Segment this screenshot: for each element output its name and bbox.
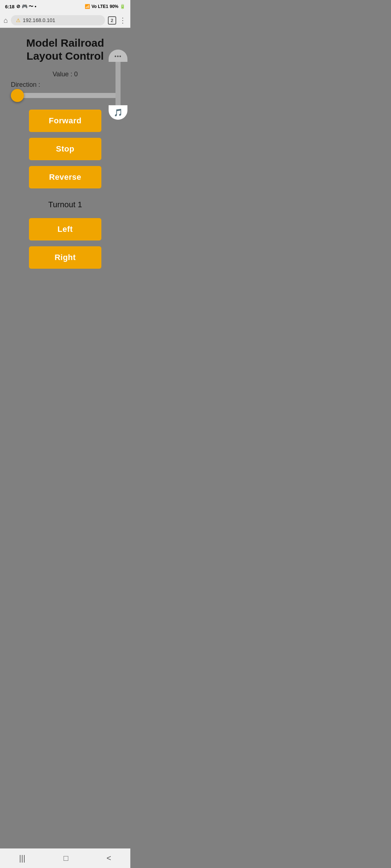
address-bar[interactable]: ⚠ 192.168.0.101	[11, 15, 105, 25]
page-title: Model Railroad Layout Control	[7, 37, 123, 63]
home-button[interactable]: □	[58, 852, 74, 864]
warning-icon: ⚠	[16, 17, 21, 23]
wifi-icon: 📶	[85, 4, 90, 9]
tab-count[interactable]: 2	[108, 16, 116, 25]
battery-label: 90%	[110, 4, 118, 9]
browser-bar: ⌂ ⚠ 192.168.0.101 2 ⋮	[0, 13, 130, 28]
more-options-icon[interactable]: ⋮	[119, 16, 127, 25]
back-button[interactable]: <	[101, 852, 117, 864]
reverse-button[interactable]: Reverse	[29, 166, 101, 188]
slider-container	[7, 93, 123, 99]
battery-icon: 🔋	[120, 4, 125, 9]
main-content: ••• 🎵 Model Railroad Layout Control Valu…	[0, 28, 130, 848]
address-text: 192.168.0.101	[23, 17, 55, 23]
audio-widget[interactable]: ••• 🎵	[109, 50, 127, 120]
audio-icon: 🎵	[114, 108, 123, 117]
audio-widget-top: •••	[109, 50, 127, 62]
audio-widget-bar	[115, 62, 121, 105]
audio-widget-bottom[interactable]: 🎵	[109, 105, 127, 120]
turnout-label: Turnout 1	[48, 200, 82, 209]
stop-button[interactable]: Stop	[29, 138, 101, 160]
notifications-icons: ⊘ 🎮 〜 •	[16, 3, 36, 10]
right-button[interactable]: Right	[29, 246, 101, 269]
status-bar: 6:18 ⊘ 🎮 〜 • 📶 Vo LTE1 90% 🔋	[0, 0, 130, 13]
home-icon[interactable]: ⌂	[4, 16, 8, 25]
bottom-nav: ||| □ <	[0, 848, 130, 868]
left-button[interactable]: Left	[29, 218, 101, 241]
recent-apps-button[interactable]: |||	[13, 852, 31, 864]
time-display: 6:18	[5, 4, 14, 9]
speed-slider[interactable]	[11, 93, 119, 98]
status-left: 6:18 ⊘ 🎮 〜 •	[5, 3, 36, 10]
direction-label: Direction :	[11, 81, 40, 89]
widget-menu-dots[interactable]: •••	[114, 53, 122, 60]
value-label: Value : 0	[52, 71, 78, 78]
signal-label: Vo LTE1	[92, 4, 108, 9]
status-right: 📶 Vo LTE1 90% 🔋	[85, 4, 125, 9]
forward-button[interactable]: Forward	[29, 110, 101, 132]
